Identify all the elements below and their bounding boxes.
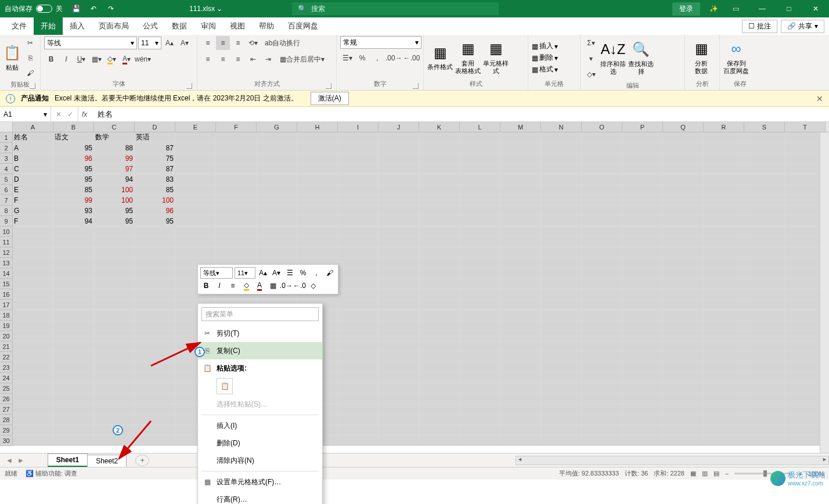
cell[interactable] — [297, 226, 338, 237]
column-header-P[interactable]: P — [622, 122, 663, 132]
column-header-G[interactable]: G — [257, 122, 297, 132]
cut-icon[interactable]: ✂ — [23, 36, 37, 50]
row-header-15[interactable]: 15 — [0, 279, 13, 289]
row-header-7[interactable]: 7 — [0, 195, 13, 206]
cell[interactable] — [500, 310, 541, 321]
login-button[interactable]: 登录 — [672, 2, 700, 16]
cell[interactable] — [53, 279, 94, 289]
cell[interactable] — [460, 383, 500, 394]
zoom-out-icon[interactable]: − — [725, 470, 729, 477]
align-bottom-icon[interactable]: ≡ — [231, 36, 245, 50]
cell[interactable] — [541, 435, 582, 446]
font-launcher[interactable] — [186, 83, 192, 89]
cell[interactable] — [541, 216, 582, 226]
cell[interactable] — [216, 237, 257, 247]
cell[interactable] — [582, 373, 622, 383]
cell[interactable] — [94, 404, 135, 415]
cell[interactable] — [704, 289, 744, 300]
name-box[interactable]: A1▾ — [0, 107, 51, 121]
cell[interactable] — [94, 415, 135, 425]
cell[interactable] — [379, 362, 419, 373]
mini-size-combo[interactable]: 11▾ — [235, 267, 255, 279]
cell[interactable] — [297, 164, 338, 174]
mini-format-painter-icon[interactable]: 🖌 — [324, 267, 336, 279]
cell[interactable] — [744, 425, 785, 435]
cell[interactable] — [541, 279, 582, 289]
cell[interactable]: 75 — [135, 153, 175, 164]
align-center-icon[interactable]: ≡ — [216, 52, 230, 66]
cell[interactable] — [500, 185, 541, 195]
cell[interactable]: 94 — [94, 174, 135, 185]
column-header-T[interactable]: T — [785, 122, 826, 132]
format-painter-icon[interactable]: 🖌 — [23, 66, 37, 80]
ctx-copy[interactable]: ⎘复制(C) — [198, 342, 322, 359]
cell[interactable] — [460, 143, 500, 153]
cell[interactable] — [419, 195, 460, 206]
cell[interactable] — [460, 185, 500, 195]
cell[interactable] — [663, 174, 704, 185]
cell[interactable] — [94, 383, 135, 394]
row-header-28[interactable]: 28 — [0, 415, 13, 425]
cell[interactable] — [257, 237, 297, 247]
cell[interactable] — [744, 237, 785, 247]
cell[interactable] — [379, 153, 419, 164]
save-baidu-button[interactable]: ∞保存到 百度网盘 — [723, 38, 749, 78]
cell[interactable] — [744, 321, 785, 331]
cell[interactable] — [704, 237, 744, 247]
cell[interactable] — [460, 435, 500, 446]
cell[interactable] — [379, 258, 419, 268]
cell[interactable] — [175, 206, 216, 216]
cell[interactable] — [744, 289, 785, 300]
autosum-icon[interactable]: Σ▾ — [584, 36, 598, 50]
cell[interactable] — [500, 206, 541, 216]
cell[interactable] — [53, 268, 94, 279]
cell[interactable] — [53, 425, 94, 435]
cell[interactable]: 95 — [94, 206, 135, 216]
cell[interactable] — [744, 300, 785, 310]
phonetic-button[interactable]: wén▾ — [135, 52, 151, 66]
row-header-25[interactable]: 25 — [0, 383, 13, 394]
cell[interactable] — [379, 132, 419, 143]
cell[interactable]: 88 — [94, 143, 135, 153]
cell[interactable] — [13, 383, 53, 394]
cell[interactable] — [500, 425, 541, 435]
orientation-icon[interactable]: ⟲▾ — [246, 36, 260, 50]
view-page-break-icon[interactable]: ▤ — [713, 470, 719, 477]
cell[interactable] — [582, 195, 622, 206]
cell[interactable] — [663, 164, 704, 174]
ribbon-display-icon[interactable]: ▭ — [722, 0, 749, 17]
cell[interactable]: 99 — [53, 195, 94, 206]
cell[interactable] — [541, 206, 582, 216]
column-header-E[interactable]: E — [175, 122, 216, 132]
cell[interactable] — [379, 206, 419, 216]
cell[interactable]: 语文 — [53, 132, 94, 143]
cell[interactable] — [622, 247, 663, 258]
cell[interactable] — [94, 300, 135, 310]
cell[interactable] — [500, 247, 541, 258]
cell[interactable] — [744, 341, 785, 352]
cell[interactable] — [379, 352, 419, 362]
row-header-1[interactable]: 1 — [0, 132, 13, 143]
filename[interactable]: 111.xlsx ⌄ — [189, 5, 222, 13]
cell[interactable] — [541, 383, 582, 394]
align-right-icon[interactable]: ≡ — [231, 52, 245, 66]
cell[interactable] — [338, 341, 379, 352]
fx-icon[interactable]: fx — [78, 107, 91, 121]
cell[interactable] — [13, 352, 53, 362]
cell[interactable] — [379, 435, 419, 446]
row-header-17[interactable]: 17 — [0, 300, 13, 310]
cell[interactable] — [216, 185, 257, 195]
cell[interactable] — [94, 289, 135, 300]
cell[interactable] — [135, 247, 175, 258]
cell[interactable] — [175, 132, 216, 143]
clipboard-launcher[interactable] — [30, 83, 35, 89]
select-all-corner[interactable] — [0, 122, 13, 132]
cell[interactable] — [135, 394, 175, 404]
cell[interactable] — [216, 174, 257, 185]
row-header-3[interactable]: 3 — [0, 153, 13, 164]
cell[interactable] — [135, 362, 175, 373]
cell[interactable] — [13, 341, 53, 352]
cell[interactable] — [704, 153, 744, 164]
cell[interactable] — [622, 321, 663, 331]
cell[interactable] — [460, 404, 500, 415]
